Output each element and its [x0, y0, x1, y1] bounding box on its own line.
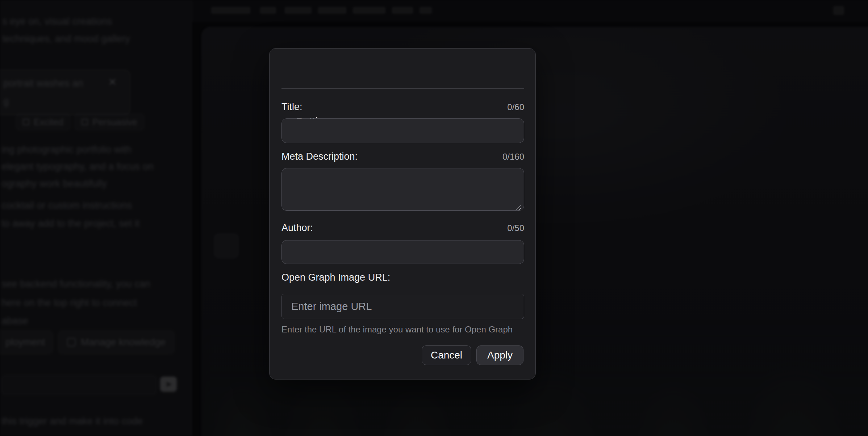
author-field-row: Author: 0/50 — [281, 222, 524, 234]
og-image-helper-text: Enter the URL of the image you want to u… — [281, 324, 524, 335]
dialog-actions: Cancel Apply — [422, 345, 523, 365]
cancel-button[interactable]: Cancel — [422, 345, 471, 365]
meta-description-label: Meta Description: — [281, 151, 358, 162]
og-image-field-row: Open Graph Image URL: — [281, 272, 524, 283]
og-image-url-input[interactable] — [281, 294, 524, 319]
meta-description-char-counter: 0/160 — [502, 152, 524, 162]
apply-button[interactable]: Apply — [476, 345, 523, 365]
author-input[interactable] — [281, 240, 524, 264]
meta-description-textarea[interactable] — [281, 168, 524, 211]
meta-description-field-row: Meta Description: 0/160 — [281, 151, 524, 162]
title-label: Title: — [281, 101, 302, 113]
title-field-row: Title: 0/60 — [281, 101, 524, 113]
dialog-divider — [281, 88, 524, 89]
title-char-counter: 0/60 — [507, 102, 524, 112]
author-label: Author: — [281, 222, 313, 234]
og-image-label: Open Graph Image URL: — [281, 272, 390, 283]
settings-dialog: Settings Title: 0/60 Meta Description: 0… — [269, 48, 536, 380]
author-char-counter: 0/50 — [507, 223, 524, 233]
app-window: s eye on, visual creations techniques, a… — [0, 0, 868, 436]
title-input[interactable] — [281, 118, 524, 143]
